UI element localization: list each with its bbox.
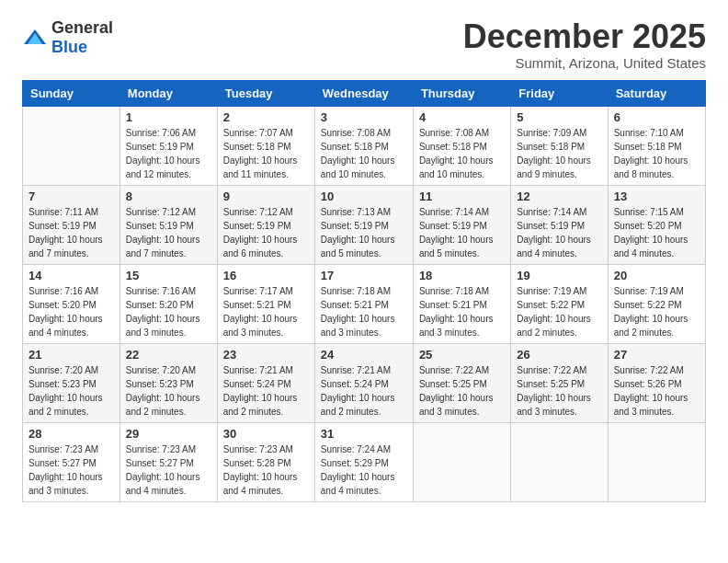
day-info: Sunrise: 7:14 AMSunset: 5:19 PMDaylight:… [517, 205, 601, 260]
day-number: 8 [126, 190, 211, 203]
day-number: 27 [614, 348, 700, 362]
calendar-cell: 31Sunrise: 7:24 AMSunset: 5:29 PMDayligh… [314, 422, 413, 501]
day-info: Sunrise: 7:06 AMSunset: 5:19 PMDaylight:… [126, 126, 211, 181]
weekday-header: Sunday [23, 80, 120, 106]
weekday-header: Wednesday [314, 80, 413, 106]
day-number: 1 [126, 110, 211, 124]
calendar-week-row: 28Sunrise: 7:23 AMSunset: 5:27 PMDayligh… [23, 422, 706, 501]
calendar-cell: 27Sunrise: 7:22 AMSunset: 5:26 PMDayligh… [608, 343, 705, 422]
title-block: December 2025 Summit, Arizona, United St… [463, 18, 706, 71]
day-info: Sunrise: 7:17 AMSunset: 5:21 PMDaylight:… [223, 284, 309, 339]
calendar-week-row: 1Sunrise: 7:06 AMSunset: 5:19 PMDaylight… [23, 106, 706, 185]
day-number: 9 [223, 190, 309, 203]
day-number: 25 [419, 348, 505, 362]
calendar-cell: 4Sunrise: 7:08 AMSunset: 5:18 PMDaylight… [413, 106, 510, 185]
day-number: 16 [223, 269, 309, 282]
day-number: 22 [126, 348, 211, 362]
weekday-header: Tuesday [217, 80, 314, 106]
page-header: General Blue December 2025 Summit, Arizo… [22, 18, 706, 71]
day-number: 24 [321, 348, 407, 362]
day-info: Sunrise: 7:16 AMSunset: 5:20 PMDaylight:… [126, 284, 211, 339]
logo-icon [22, 28, 48, 48]
day-info: Sunrise: 7:16 AMSunset: 5:20 PMDaylight:… [28, 284, 114, 339]
day-number: 23 [223, 348, 309, 362]
calendar-cell: 21Sunrise: 7:20 AMSunset: 5:23 PMDayligh… [23, 343, 120, 422]
calendar-cell: 30Sunrise: 7:23 AMSunset: 5:28 PMDayligh… [217, 422, 314, 501]
day-number: 19 [517, 269, 601, 282]
calendar-cell: 1Sunrise: 7:06 AMSunset: 5:19 PMDaylight… [119, 106, 217, 185]
calendar-cell: 20Sunrise: 7:19 AMSunset: 5:22 PMDayligh… [608, 264, 705, 343]
day-info: Sunrise: 7:08 AMSunset: 5:18 PMDaylight:… [419, 126, 505, 181]
calendar-cell: 5Sunrise: 7:09 AMSunset: 5:18 PMDaylight… [511, 106, 608, 185]
calendar-cell: 25Sunrise: 7:22 AMSunset: 5:25 PMDayligh… [413, 343, 510, 422]
day-number: 30 [223, 427, 309, 441]
logo: General Blue [22, 18, 113, 57]
day-info: Sunrise: 7:23 AMSunset: 5:27 PMDaylight:… [126, 442, 211, 498]
day-number: 4 [419, 110, 505, 124]
day-info: Sunrise: 7:18 AMSunset: 5:21 PMDaylight:… [321, 284, 407, 339]
day-info: Sunrise: 7:22 AMSunset: 5:26 PMDaylight:… [614, 363, 700, 419]
calendar-cell [608, 422, 705, 501]
day-info: Sunrise: 7:11 AMSunset: 5:19 PMDaylight:… [28, 205, 114, 260]
calendar-cell: 12Sunrise: 7:14 AMSunset: 5:19 PMDayligh… [511, 185, 608, 264]
calendar-week-row: 21Sunrise: 7:20 AMSunset: 5:23 PMDayligh… [23, 343, 706, 422]
day-number: 14 [28, 269, 114, 282]
day-info: Sunrise: 7:15 AMSunset: 5:20 PMDaylight:… [614, 205, 700, 260]
calendar-cell [511, 422, 608, 501]
calendar-cell: 17Sunrise: 7:18 AMSunset: 5:21 PMDayligh… [314, 264, 413, 343]
day-number: 28 [28, 427, 114, 441]
calendar-cell [413, 422, 510, 501]
day-number: 18 [419, 269, 505, 282]
calendar-title: December 2025 [463, 18, 706, 55]
calendar-week-row: 14Sunrise: 7:16 AMSunset: 5:20 PMDayligh… [23, 264, 706, 343]
logo-general: General [51, 18, 113, 37]
day-number: 17 [321, 269, 407, 282]
calendar-cell: 3Sunrise: 7:08 AMSunset: 5:18 PMDaylight… [314, 106, 413, 185]
calendar-cell: 26Sunrise: 7:22 AMSunset: 5:25 PMDayligh… [511, 343, 608, 422]
day-number: 13 [614, 190, 700, 203]
calendar-subtitle: Summit, Arizona, United States [463, 55, 706, 71]
calendar-cell: 16Sunrise: 7:17 AMSunset: 5:21 PMDayligh… [217, 264, 314, 343]
day-info: Sunrise: 7:20 AMSunset: 5:23 PMDaylight:… [126, 363, 211, 419]
day-number: 10 [321, 190, 407, 203]
day-info: Sunrise: 7:19 AMSunset: 5:22 PMDaylight:… [517, 284, 601, 339]
day-number: 12 [517, 190, 601, 203]
day-info: Sunrise: 7:21 AMSunset: 5:24 PMDaylight:… [321, 363, 407, 419]
calendar-cell: 22Sunrise: 7:20 AMSunset: 5:23 PMDayligh… [119, 343, 217, 422]
day-info: Sunrise: 7:10 AMSunset: 5:18 PMDaylight:… [614, 126, 700, 181]
calendar-cell: 10Sunrise: 7:13 AMSunset: 5:19 PMDayligh… [314, 185, 413, 264]
weekday-header: Thursday [413, 80, 510, 106]
day-number: 6 [614, 110, 700, 124]
weekday-header: Saturday [608, 80, 705, 106]
calendar-cell: 14Sunrise: 7:16 AMSunset: 5:20 PMDayligh… [23, 264, 120, 343]
day-number: 11 [419, 190, 505, 203]
day-info: Sunrise: 7:19 AMSunset: 5:22 PMDaylight:… [614, 284, 700, 339]
day-number: 20 [614, 269, 700, 282]
calendar-cell [23, 106, 120, 185]
day-number: 15 [126, 269, 211, 282]
calendar-cell: 7Sunrise: 7:11 AMSunset: 5:19 PMDaylight… [23, 185, 120, 264]
weekday-header: Friday [511, 80, 608, 106]
day-number: 21 [28, 348, 114, 362]
day-info: Sunrise: 7:23 AMSunset: 5:27 PMDaylight:… [28, 442, 114, 498]
day-info: Sunrise: 7:22 AMSunset: 5:25 PMDaylight:… [517, 363, 601, 419]
day-info: Sunrise: 7:14 AMSunset: 5:19 PMDaylight:… [419, 205, 505, 260]
day-number: 3 [321, 110, 407, 124]
day-info: Sunrise: 7:13 AMSunset: 5:19 PMDaylight:… [321, 205, 407, 260]
day-info: Sunrise: 7:08 AMSunset: 5:18 PMDaylight:… [321, 126, 407, 181]
calendar-cell: 23Sunrise: 7:21 AMSunset: 5:24 PMDayligh… [217, 343, 314, 422]
day-info: Sunrise: 7:21 AMSunset: 5:24 PMDaylight:… [223, 363, 309, 419]
calendar-cell: 29Sunrise: 7:23 AMSunset: 5:27 PMDayligh… [119, 422, 217, 501]
day-info: Sunrise: 7:20 AMSunset: 5:23 PMDaylight:… [28, 363, 114, 419]
day-info: Sunrise: 7:12 AMSunset: 5:19 PMDaylight:… [126, 205, 211, 260]
day-info: Sunrise: 7:18 AMSunset: 5:21 PMDaylight:… [419, 284, 505, 339]
weekday-header: Monday [119, 80, 217, 106]
day-info: Sunrise: 7:22 AMSunset: 5:25 PMDaylight:… [419, 363, 505, 419]
calendar-cell: 24Sunrise: 7:21 AMSunset: 5:24 PMDayligh… [314, 343, 413, 422]
calendar-week-row: 7Sunrise: 7:11 AMSunset: 5:19 PMDaylight… [23, 185, 706, 264]
calendar-cell: 13Sunrise: 7:15 AMSunset: 5:20 PMDayligh… [608, 185, 705, 264]
calendar-cell: 6Sunrise: 7:10 AMSunset: 5:18 PMDaylight… [608, 106, 705, 185]
calendar-cell: 2Sunrise: 7:07 AMSunset: 5:18 PMDaylight… [217, 106, 314, 185]
day-number: 5 [517, 110, 601, 124]
calendar-cell: 15Sunrise: 7:16 AMSunset: 5:20 PMDayligh… [119, 264, 217, 343]
